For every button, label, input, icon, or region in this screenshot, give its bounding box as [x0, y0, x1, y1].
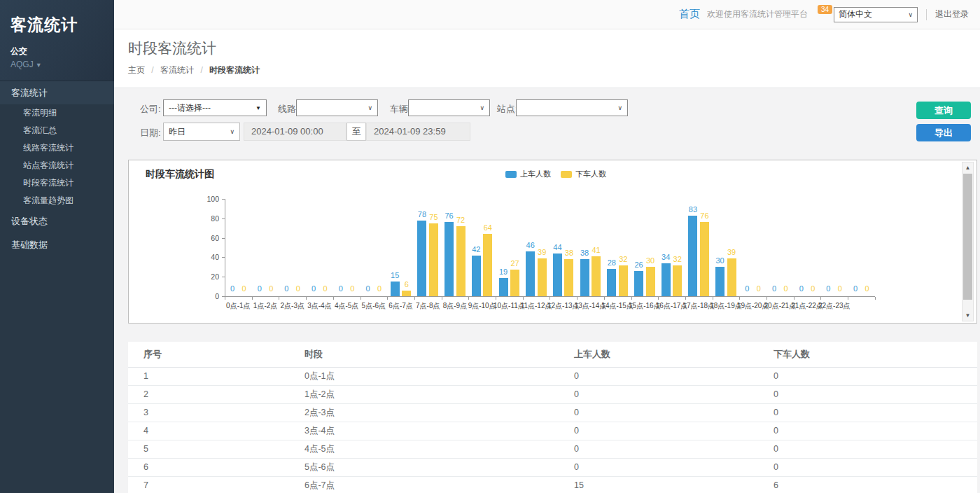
vehicle-select[interactable]: ∨: [408, 99, 490, 116]
bar-alight[interactable]: [483, 234, 492, 296]
bar-board[interactable]: [580, 259, 589, 296]
x-axis-tick: [685, 297, 686, 300]
date-start-input[interactable]: 2024-01-09 00:00: [244, 123, 346, 141]
bar-alight[interactable]: [456, 226, 465, 296]
breadcrumb-home[interactable]: 主页: [128, 65, 145, 75]
bar-alight[interactable]: [673, 265, 682, 296]
bar-alight[interactable]: [646, 267, 655, 296]
bar-board[interactable]: [715, 267, 724, 296]
bar-value-label: 64: [479, 223, 497, 232]
x-axis-tick: [468, 297, 469, 300]
sidebar-item[interactable]: 设备状态: [0, 209, 114, 233]
legend-item-alight[interactable]: 下车人数: [561, 169, 606, 179]
bar-alight[interactable]: [429, 223, 438, 296]
bar-alight[interactable]: [510, 270, 519, 296]
sidebar-item[interactable]: 客流量趋势图: [0, 192, 114, 209]
bar-alight[interactable]: [619, 265, 628, 296]
y-axis-tick-label: 40: [198, 253, 219, 261]
x-axis-tick: [739, 297, 740, 300]
sidebar-item[interactable]: 客流汇总: [0, 122, 114, 139]
logout-link[interactable]: 退出登录: [935, 8, 969, 20]
table-cell: 0: [758, 440, 977, 458]
table-cell: 0: [559, 385, 758, 403]
breadcrumb-section[interactable]: 客流统计: [160, 65, 194, 75]
bar-board[interactable]: [688, 216, 697, 296]
line-select[interactable]: ∨: [296, 99, 378, 116]
bar-board[interactable]: [662, 263, 671, 296]
bar-value-label: 0: [750, 284, 768, 293]
scrollbar-thumb[interactable]: [963, 174, 972, 300]
bar-board[interactable]: [634, 271, 643, 296]
table-cell: 4点-5点: [289, 440, 559, 458]
query-button[interactable]: 查询: [916, 102, 971, 119]
table-cell: 15: [559, 476, 758, 493]
chart-panel: 0204060801000点-1点1点-2点2点-3点3点-4点4点-5点5点-…: [128, 160, 977, 324]
x-axis-tick: [631, 297, 632, 300]
table-header-cell: 上车人数: [559, 342, 758, 367]
chevron-down-icon: ∨: [908, 11, 913, 18]
table-cell: 0: [559, 422, 758, 440]
x-axis-label: 5点-6点: [362, 301, 386, 311]
date-label: 日期:: [140, 127, 161, 139]
chart-scrollbar[interactable]: ▲ ▼: [962, 162, 974, 321]
notification-badge: 34: [818, 5, 832, 14]
sidebar-item[interactable]: 客流统计: [0, 81, 114, 104]
x-axis-label: 7点-8点: [416, 301, 440, 311]
bar-board[interactable]: [607, 269, 616, 296]
table-cell: 2: [128, 385, 289, 403]
bar-alight[interactable]: [700, 222, 709, 296]
org-name: 公交: [10, 46, 104, 57]
table-cell: 3: [128, 403, 289, 422]
legend-swatch-blue: [505, 171, 517, 178]
y-axis-tick-label: 0: [198, 292, 219, 300]
y-axis-tick-label: 80: [198, 214, 219, 223]
sidebar-item[interactable]: 时段客流统计: [0, 174, 114, 192]
bar-alight[interactable]: [564, 259, 573, 296]
date-preset-select[interactable]: 昨日 ∨: [163, 123, 240, 141]
x-axis-tick: [252, 297, 253, 300]
bar-alight[interactable]: [592, 256, 601, 296]
x-axis-tick: [387, 297, 388, 300]
bar-board[interactable]: [472, 256, 481, 296]
table-row: 10点-1点00: [128, 367, 977, 385]
sidebar-item[interactable]: 客流明细: [0, 104, 114, 122]
language-select[interactable]: 简体中文 ∨: [834, 7, 918, 22]
bar-alight[interactable]: [402, 291, 411, 296]
bar-value-label: 6: [398, 280, 416, 289]
x-axis-tick: [875, 297, 876, 300]
scroll-down-icon[interactable]: ▼: [962, 310, 973, 321]
page-header: 时段客流统计 主页 / 客流统计 / 时段客流统计: [114, 29, 980, 88]
date-end-input[interactable]: 2024-01-09 23:59: [366, 123, 470, 141]
y-axis-line: [225, 199, 225, 296]
bar-alight[interactable]: [538, 258, 547, 296]
bar-board[interactable]: [526, 251, 535, 296]
legend-item-board[interactable]: 上车人数: [505, 169, 551, 179]
bar-value-label: 72: [451, 216, 470, 224]
home-link[interactable]: 首页: [679, 8, 700, 21]
station-select[interactable]: ∨: [516, 99, 628, 116]
bar-alight[interactable]: [727, 258, 736, 296]
chevron-down-icon: ▼: [255, 105, 261, 111]
x-axis-tick: [794, 297, 794, 300]
y-axis-tick-label: 100: [198, 195, 219, 203]
bar-value-label: 41: [587, 246, 606, 254]
sidebar-item[interactable]: 站点客流统计: [0, 157, 114, 174]
table-cell: 1点-2点: [289, 385, 559, 403]
org-code-dropdown[interactable]: AQGJ▼: [10, 60, 104, 69]
bar-board[interactable]: [444, 222, 454, 296]
bar-board[interactable]: [553, 254, 562, 296]
x-axis-label: 3点-4点: [307, 301, 331, 311]
company-select[interactable]: ---请选择--- ▼: [163, 99, 267, 116]
chevron-down-icon: ∨: [230, 128, 234, 135]
y-axis-tick: [222, 277, 225, 277]
export-button[interactable]: 导出: [916, 124, 971, 141]
bar-value-label: 15: [386, 271, 404, 279]
bar-board[interactable]: [417, 221, 426, 296]
scroll-up-icon[interactable]: ▲: [962, 162, 973, 173]
breadcrumb-separator: /: [200, 65, 202, 75]
sidebar-item[interactable]: 基础数据: [0, 233, 114, 257]
sidebar-item[interactable]: 线路客流统计: [0, 139, 114, 157]
x-axis-tick: [225, 297, 225, 300]
bar-board[interactable]: [499, 278, 508, 296]
x-axis-tick: [820, 297, 821, 300]
